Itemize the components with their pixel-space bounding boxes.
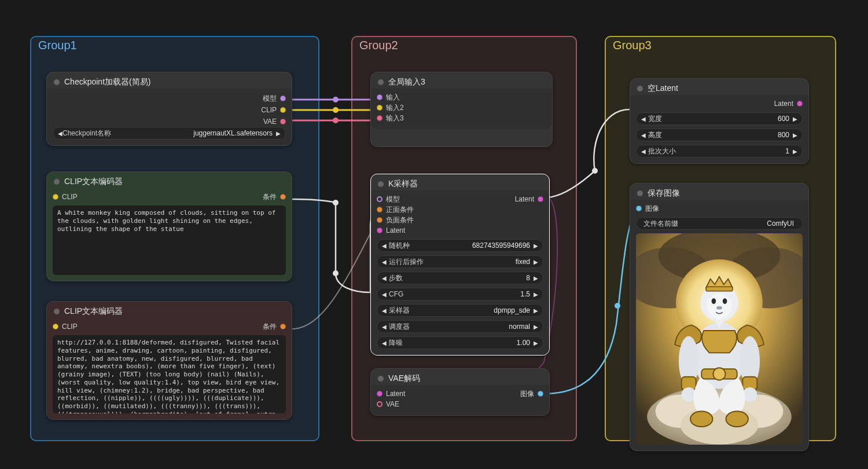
widget-value: dpmpp_sde [494, 306, 534, 314]
chevron-left-icon[interactable]: ◀ [382, 307, 387, 314]
port-label: 模型 [386, 195, 400, 204]
port-conditioning-icon[interactable] [280, 194, 286, 200]
port-input-icon[interactable] [377, 115, 382, 121]
chevron-right-icon[interactable]: ▶ [534, 291, 538, 298]
port-input-icon[interactable] [377, 105, 382, 111]
param-row[interactable]: ◀采样器dpmpp_sde▶ [377, 304, 543, 317]
collapse-dot-icon[interactable] [54, 179, 60, 185]
collapse-dot-icon[interactable] [54, 309, 60, 314]
node-header[interactable]: CLIP文本编码器 [47, 302, 292, 318]
param-row[interactable]: ◀高度800▶ [636, 129, 803, 141]
widget-label: 随机种 [387, 241, 472, 251]
param-row[interactable]: ◀运行后操作fixed▶ [377, 255, 543, 268]
output-preview-image[interactable] [636, 233, 803, 445]
param-row[interactable]: ◀随机种682743595949696▶ [377, 239, 543, 252]
port-label: Latent [386, 226, 405, 235]
widget-value: ComfyUI [767, 219, 797, 228]
collapse-dot-icon[interactable] [54, 79, 60, 85]
node-header[interactable]: 全局输入3 [371, 72, 552, 89]
filename-prefix-input[interactable]: 文件名前缀 ComfyUI [636, 217, 803, 230]
chevron-right-icon[interactable]: ▶ [534, 275, 538, 281]
port-image-icon[interactable] [538, 391, 543, 397]
widget-value: 1.5 [520, 290, 534, 298]
port-input-icon[interactable] [377, 94, 382, 100]
svg-point-5 [592, 168, 598, 174]
widget-value: fixed [516, 258, 534, 266]
chevron-left-icon[interactable]: ◀ [382, 243, 387, 249]
node-header[interactable]: VAE解码 [371, 369, 549, 385]
port-clip-icon[interactable] [53, 194, 58, 200]
chevron-right-icon[interactable]: ▶ [793, 132, 797, 138]
chevron-left-icon[interactable]: ◀ [382, 259, 387, 265]
chevron-left-icon[interactable]: ◀ [382, 340, 387, 346]
port-conditioning-icon[interactable] [280, 324, 286, 329]
node-empty-latent[interactable]: 空Latent Latent ◀宽度600▶◀高度800▶◀批次大小1▶ [630, 78, 809, 164]
port-image-icon[interactable] [636, 206, 642, 211]
node-header[interactable]: 空Latent [630, 79, 808, 95]
param-row[interactable]: ◀调度器normal▶ [377, 320, 543, 333]
port-latent-icon[interactable] [377, 391, 382, 397]
chevron-right-icon[interactable]: ▶ [534, 340, 538, 346]
node-global-input[interactable]: 全局输入3 输入 输入2 输入3 [370, 72, 553, 147]
node-save-image[interactable]: 保存图像 图像 文件名前缀 ComfyUI [630, 183, 809, 451]
widget-label: 调度器 [387, 322, 509, 332]
param-row[interactable]: ◀批次大小1▶ [636, 145, 803, 157]
collapse-dot-icon[interactable] [637, 86, 643, 91]
node-header[interactable]: Checkpoint加载器(简易) [47, 72, 292, 89]
node-header[interactable]: K采样器 [371, 174, 549, 190]
chevron-right-icon[interactable]: ▶ [534, 243, 538, 249]
port-latent-icon[interactable] [538, 196, 543, 202]
widget-value: 1.00 [517, 339, 534, 347]
port-vae-icon[interactable] [280, 119, 286, 124]
chevron-left-icon[interactable]: ◀ [58, 130, 62, 137]
port-clip-icon[interactable] [280, 107, 286, 113]
node-checkpoint-loader[interactable]: Checkpoint加载器(简易) 模型 CLIP VAE ◀ Checkpoi… [46, 72, 292, 146]
node-header[interactable]: 保存图像 [630, 184, 808, 200]
port-latent-icon[interactable] [797, 101, 803, 107]
chevron-right-icon[interactable]: ▶ [534, 324, 538, 330]
port-latent-icon[interactable] [377, 228, 382, 233]
param-row[interactable]: ◀降噪1.00▶ [377, 336, 543, 349]
chevron-left-icon[interactable]: ◀ [382, 324, 387, 330]
node-ksampler[interactable]: K采样器 模型 Latent 正面条件 负面条件 Latent ◀随机种6827… [370, 174, 550, 356]
node-title: K采样器 [388, 179, 418, 189]
widget-label: Checkpoint名称 [62, 129, 111, 138]
collapse-dot-icon[interactable] [378, 79, 384, 85]
chevron-left-icon[interactable]: ◀ [641, 148, 646, 155]
chevron-left-icon[interactable]: ◀ [641, 116, 646, 122]
chevron-right-icon[interactable]: ▶ [793, 148, 797, 155]
port-model-icon[interactable] [377, 196, 382, 202]
port-label: 条件 [263, 192, 277, 202]
chevron-left-icon[interactable]: ◀ [382, 275, 387, 281]
prompt-textarea[interactable]: http://127.0.0.1:8188/deformed, disfigur… [53, 335, 286, 413]
widget-label: 运行后操作 [387, 257, 516, 267]
port-neg-icon[interactable] [377, 217, 382, 223]
node-vae-decode[interactable]: VAE解码 Latent 图像 VAE [370, 368, 550, 416]
collapse-dot-icon[interactable] [637, 190, 643, 196]
widget-label: 文件名前缀 [641, 219, 767, 229]
collapse-dot-icon[interactable] [378, 376, 384, 382]
param-row[interactable]: ◀宽度600▶ [636, 112, 803, 125]
chevron-right-icon[interactable]: ▶ [793, 116, 797, 122]
param-row[interactable]: ◀步数8▶ [377, 272, 543, 284]
param-row[interactable]: ◀CFG1.5▶ [377, 288, 543, 301]
prompt-textarea[interactable]: A white monkey king composed of clouds, … [53, 206, 286, 275]
widget-label: 步数 [387, 273, 526, 283]
node-header[interactable]: CLIP文本编码器 [47, 172, 292, 188]
port-pos-icon[interactable] [377, 207, 382, 212]
port-label: Latent [774, 100, 793, 108]
chevron-right-icon[interactable]: ▶ [534, 259, 538, 265]
chevron-right-icon[interactable]: ▶ [534, 307, 538, 314]
port-label: VAE [263, 118, 277, 126]
node-clip-negative[interactable]: CLIP文本编码器 CLIP 条件 http://127.0.0.1:8188/… [46, 301, 292, 420]
svg-point-23 [690, 411, 712, 427]
port-vae-icon[interactable] [377, 401, 382, 407]
chevron-right-icon[interactable]: ▶ [276, 130, 281, 137]
chevron-left-icon[interactable]: ◀ [382, 291, 387, 298]
chevron-left-icon[interactable]: ◀ [641, 132, 646, 138]
node-clip-positive[interactable]: CLIP文本编码器 CLIP 条件 A white monkey king co… [46, 171, 292, 281]
collapse-dot-icon[interactable] [378, 181, 384, 187]
port-clip-icon[interactable] [53, 324, 58, 329]
checkpoint-selector[interactable]: ◀ Checkpoint名称 juggernautXL.safetensors … [53, 127, 286, 140]
port-model-icon[interactable] [280, 96, 286, 101]
